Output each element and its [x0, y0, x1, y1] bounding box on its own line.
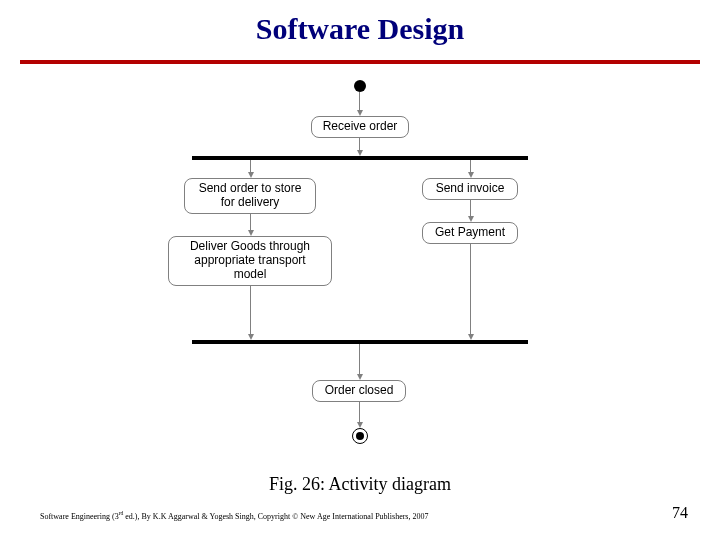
activity-diagram: Receive order Send order to store for de… [164, 76, 556, 466]
page-number: 74 [672, 504, 688, 522]
activity-get-payment: Get Payment [422, 222, 518, 244]
initial-node-icon [354, 80, 366, 92]
credit-post: ed.), By K.K Aggarwal & Yogesh Singh, Co… [123, 512, 428, 521]
activity-receive-order: Receive order [311, 116, 409, 138]
credit-pre: Software Engineering (3 [40, 512, 119, 521]
edge [359, 402, 360, 424]
activity-deliver-goods: Deliver Goods through appropriate transp… [168, 236, 332, 286]
title-rule [20, 60, 700, 64]
slide: Software Design Receive order Send order… [0, 0, 720, 540]
edge [359, 92, 360, 112]
credit-line: Software Engineering (3rd ed.), By K.K A… [40, 510, 428, 521]
figure-caption: Fig. 26: Activity diagram [0, 474, 720, 495]
activity-send-invoice: Send invoice [422, 178, 518, 200]
final-node-icon [352, 428, 368, 444]
join-bar-icon [192, 340, 528, 344]
edge [470, 244, 471, 336]
activity-send-order: Send order to store for delivery [184, 178, 316, 214]
slide-title: Software Design [0, 12, 720, 46]
edge [250, 286, 251, 336]
fork-bar-icon [192, 156, 528, 160]
activity-order-closed: Order closed [312, 380, 406, 402]
final-node-dot-icon [356, 432, 364, 440]
edge [359, 344, 360, 376]
